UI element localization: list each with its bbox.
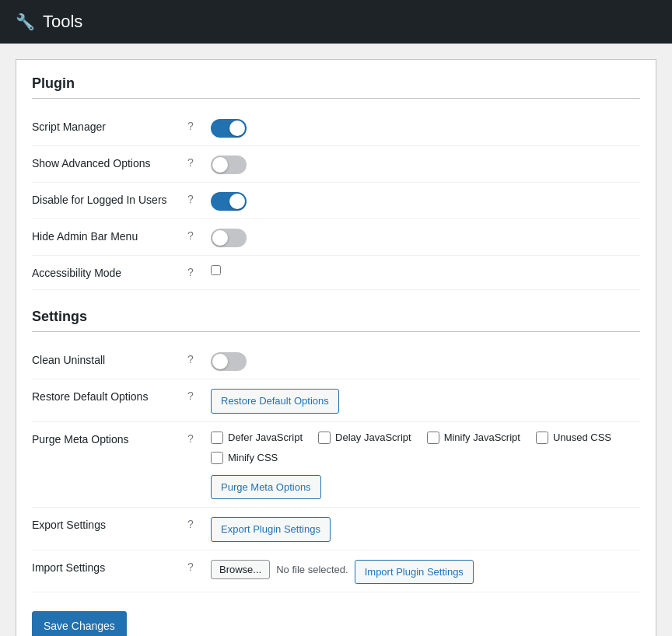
show-advanced-toggle[interactable]	[211, 156, 247, 174]
accessibility-mode-help[interactable]: ?	[187, 264, 211, 278]
hide-admin-bar-label: Hide Admin Bar Menu	[32, 227, 187, 243]
minify-css-label: Minify CSS	[228, 452, 278, 463]
purge-meta-row: Purge Meta Options ? Defer JavaScript De…	[32, 422, 640, 508]
save-area: Save Changes	[32, 611, 640, 636]
main-content: Plugin Script Manager ? Show Advanced Op…	[16, 59, 656, 636]
delay-js-label: Delay JavaScript	[335, 432, 411, 443]
settings-section: Settings Clean Uninstall ? Restore Defau…	[32, 309, 640, 592]
script-manager-row: Script Manager ?	[32, 110, 640, 146]
script-manager-label: Script Manager	[32, 117, 187, 133]
import-settings-help[interactable]: ?	[187, 558, 211, 573]
purge-meta-checkboxes: Defer JavaScript Delay JavaScript Minify…	[211, 432, 640, 464]
clean-uninstall-help[interactable]: ?	[187, 351, 211, 365]
hide-admin-bar-control	[211, 227, 640, 247]
page-title: Tools	[43, 12, 82, 32]
disable-logged-in-label: Disable for Logged In Users	[32, 190, 187, 206]
import-settings-label: Import Settings	[32, 558, 187, 574]
disable-logged-in-toggle[interactable]	[211, 192, 247, 211]
show-advanced-toggle-knob	[212, 157, 228, 173]
disable-logged-in-toggle-knob	[229, 194, 245, 209]
defer-js-checkbox[interactable]	[211, 432, 223, 444]
script-manager-control	[211, 117, 640, 138]
minify-js-checkbox[interactable]	[427, 432, 439, 444]
unused-css-checkbox-wrap[interactable]: Unused CSS	[536, 432, 611, 444]
save-changes-button[interactable]: Save Changes	[32, 611, 127, 636]
purge-meta-label: Purge Meta Options	[32, 430, 187, 446]
export-settings-help[interactable]: ?	[187, 515, 211, 530]
file-selected-label: No file selected.	[276, 564, 348, 575]
purge-meta-control: Defer JavaScript Delay JavaScript Minify…	[211, 430, 640, 500]
unused-css-checkbox[interactable]	[536, 432, 548, 444]
disable-logged-in-help[interactable]: ?	[187, 190, 211, 205]
script-manager-toggle[interactable]	[211, 119, 247, 138]
restore-default-label: Restore Default Options	[32, 387, 187, 403]
tools-icon: 🔧	[16, 12, 35, 31]
import-plugin-settings-button[interactable]: Import Plugin Settings	[355, 560, 474, 585]
restore-default-help[interactable]: ?	[187, 387, 211, 402]
minify-css-checkbox[interactable]	[211, 452, 223, 464]
minify-js-label: Minify JavaScript	[444, 432, 520, 443]
import-settings-control: Browse... No file selected. Import Plugi…	[211, 558, 640, 585]
clean-uninstall-row: Clean Uninstall ?	[32, 343, 640, 379]
file-input-row: Browse... No file selected.	[211, 560, 348, 579]
plugin-section: Plugin Script Manager ? Show Advanced Op…	[32, 75, 640, 290]
export-settings-row: Export Settings ? Export Plugin Settings	[32, 508, 640, 550]
clean-uninstall-control	[211, 351, 640, 371]
purge-meta-button[interactable]: Purge Meta Options	[211, 475, 321, 500]
delay-js-checkbox[interactable]	[318, 432, 331, 444]
accessibility-mode-label: Accessibility Mode	[32, 264, 187, 279]
clean-uninstall-label: Clean Uninstall	[32, 351, 187, 366]
defer-js-label: Defer JavaScript	[228, 432, 303, 443]
hide-admin-bar-row: Hide Admin Bar Menu ?	[32, 219, 640, 256]
accessibility-mode-row: Accessibility Mode ?	[32, 256, 640, 290]
import-settings-row: Import Settings ? Browse... No file sele…	[32, 550, 640, 593]
export-settings-button[interactable]: Export Plugin Settings	[211, 517, 331, 542]
show-advanced-control	[211, 154, 640, 174]
minify-js-checkbox-wrap[interactable]: Minify JavaScript	[427, 432, 520, 444]
export-settings-label: Export Settings	[32, 515, 187, 531]
unused-css-label: Unused CSS	[553, 432, 611, 443]
hide-admin-bar-help[interactable]: ?	[187, 227, 211, 242]
clean-uninstall-toggle-knob	[212, 354, 228, 369]
export-settings-control: Export Plugin Settings	[211, 515, 640, 542]
show-advanced-label: Show Advanced Options	[32, 154, 187, 169]
plugin-section-heading: Plugin	[32, 75, 640, 99]
delay-js-checkbox-wrap[interactable]: Delay JavaScript	[318, 432, 411, 444]
disable-logged-in-row: Disable for Logged In Users ?	[32, 183, 640, 219]
accessibility-mode-control	[211, 264, 640, 275]
hide-admin-bar-toggle-knob	[212, 230, 228, 246]
script-manager-toggle-knob	[229, 121, 245, 136]
restore-default-control: Restore Default Options	[211, 387, 640, 414]
defer-js-checkbox-wrap[interactable]: Defer JavaScript	[211, 432, 303, 444]
page-header: 🔧 Tools	[0, 0, 672, 44]
settings-section-heading: Settings	[32, 309, 640, 332]
restore-default-button[interactable]: Restore Default Options	[211, 389, 339, 414]
show-advanced-help[interactable]: ?	[187, 154, 211, 169]
restore-default-row: Restore Default Options ? Restore Defaul…	[32, 379, 640, 422]
clean-uninstall-toggle[interactable]	[211, 352, 247, 371]
disable-logged-in-control	[211, 190, 640, 211]
accessibility-mode-checkbox[interactable]	[211, 265, 221, 275]
script-manager-help[interactable]: ?	[187, 117, 211, 132]
show-advanced-row: Show Advanced Options ?	[32, 146, 640, 183]
purge-meta-help[interactable]: ?	[187, 430, 211, 445]
hide-admin-bar-toggle[interactable]	[211, 229, 247, 247]
minify-css-checkbox-wrap[interactable]: Minify CSS	[211, 452, 278, 464]
browse-button[interactable]: Browse...	[211, 560, 270, 579]
